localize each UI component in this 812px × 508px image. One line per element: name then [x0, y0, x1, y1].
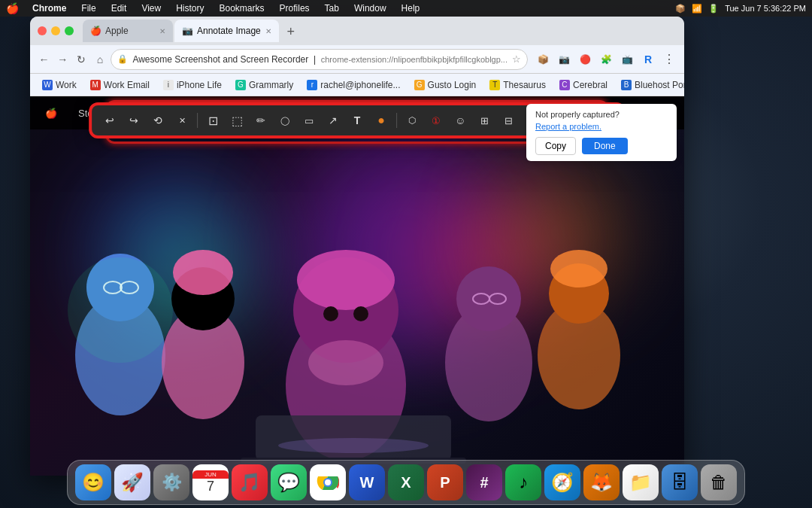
blur-circle-tool[interactable]: ◯	[274, 110, 295, 131]
svg-point-12	[353, 306, 368, 321]
copy-button[interactable]: Copy	[535, 137, 576, 155]
bookmark-gusto[interactable]: G Gusto Login	[408, 78, 483, 93]
bookmark-star-icon[interactable]: ☆	[512, 53, 521, 65]
tab-apple-close[interactable]: ✕	[159, 27, 165, 35]
iphonelife-icon: i	[163, 80, 174, 90]
crop-tool[interactable]: ⊡	[202, 110, 223, 131]
new-tab-button[interactable]: +	[280, 21, 301, 42]
apple-nav-logo[interactable]: 🍎	[45, 108, 57, 119]
dock-messages[interactable]: 💬	[271, 464, 307, 500]
back-button[interactable]: ←	[36, 49, 52, 70]
minimize-button[interactable]	[51, 26, 60, 35]
dock-music[interactable]: 🎵	[232, 464, 268, 500]
macos-dock: 😊 🚀 ⚙️ JUN 7 🎵 💬 W X P # ♪ 🧭 🦊 📁 🗄 �	[67, 460, 745, 505]
arrow-tool[interactable]: ↗	[323, 110, 344, 131]
sticker-tool[interactable]: ⬡	[401, 110, 423, 131]
dock-excel[interactable]: X	[388, 464, 424, 500]
dock-files-app[interactable]: 🗄	[662, 464, 698, 500]
history-back-button[interactable]: ⟲	[147, 110, 168, 131]
done-button[interactable]: Done	[582, 138, 628, 154]
color-picker-tool[interactable]: ●	[371, 110, 392, 131]
bookmark-bluehost-label: Bluehost Portal	[635, 80, 684, 90]
red-ext-icon[interactable]: 🔴	[576, 50, 594, 68]
bookmark-grammarly[interactable]: G Grammarly	[229, 78, 299, 93]
menu-help[interactable]: Help	[397, 3, 425, 14]
browser-window: 🍎 Apple ✕ 📷 Annotate Image ✕ + ← → ↻ ⌂ 🔒	[30, 17, 684, 476]
dropbox-icon[interactable]: 📦	[675, 4, 686, 14]
pen-tool[interactable]: ✏	[250, 110, 271, 131]
menu-edit[interactable]: Edit	[107, 3, 132, 14]
dock-launchpad[interactable]: 🚀	[114, 464, 150, 500]
dock-spotify[interactable]: ♪	[505, 464, 541, 500]
tab-annotate-close[interactable]: ✕	[265, 27, 271, 35]
dock-word[interactable]: W	[349, 464, 385, 500]
wifi-icon[interactable]: 📶	[692, 4, 702, 14]
maximize-button[interactable]	[65, 26, 74, 35]
address-bar[interactable]: 🔒 Awesome Screenshot and Screen Recorder…	[111, 49, 528, 70]
effects-tool[interactable]: ⊞	[474, 110, 495, 131]
dock-system-settings[interactable]: ⚙️	[153, 464, 189, 500]
svg-point-11	[323, 306, 338, 321]
puzzle-ext-icon[interactable]: 🧩	[597, 50, 615, 68]
svg-point-7	[173, 250, 233, 295]
bookmark-cerebral-label: Cerebral	[573, 80, 607, 90]
menu-file[interactable]: File	[77, 3, 100, 14]
bookmark-bluehost[interactable]: B Bluehost Portal	[615, 78, 684, 93]
bookmark-work-email-label: Work Email	[104, 80, 150, 90]
svg-point-20	[550, 250, 607, 287]
dock-files-finder[interactable]: 📁	[623, 464, 659, 500]
bookmark-thesaurus[interactable]: T Thesaurus	[483, 78, 552, 93]
clear-button[interactable]: ✕	[171, 110, 192, 131]
account-icon[interactable]: R	[639, 50, 657, 68]
screenshot-ext-icon[interactable]: 📷	[555, 50, 573, 68]
menu-profiles[interactable]: Profiles	[275, 3, 314, 14]
work-bookmark-icon: W	[42, 80, 53, 90]
text-tool[interactable]: T	[347, 110, 368, 131]
app-menu-chrome[interactable]: Chrome	[28, 3, 71, 14]
cast-ext-icon[interactable]: 📺	[618, 50, 636, 68]
dock-powerpoint[interactable]: P	[427, 464, 463, 500]
dock-slack[interactable]: #	[466, 464, 502, 500]
badge-tool[interactable]: ①	[426, 110, 447, 131]
dock-finder[interactable]: 😊	[75, 464, 111, 500]
menu-view[interactable]: View	[137, 3, 165, 14]
dock-calendar[interactable]: JUN 7	[192, 464, 229, 500]
tab-annotate[interactable]: 📷 Annotate Image ✕	[174, 20, 279, 42]
svg-point-23	[278, 438, 429, 453]
dropbox-ext-icon[interactable]: 📦	[534, 50, 552, 68]
screen-tool[interactable]: ⊟	[498, 110, 519, 131]
bookmark-cerebral[interactable]: C Cerebral	[553, 78, 614, 93]
dock-trash[interactable]: 🗑	[701, 464, 737, 500]
svg-point-26	[325, 479, 331, 485]
forward-button[interactable]: →	[55, 49, 71, 70]
dock-safari[interactable]: 🧭	[544, 464, 580, 500]
bookmark-work[interactable]: W Work	[36, 78, 83, 93]
bookmark-iphonelife[interactable]: i iPhone Life	[157, 78, 228, 93]
capture-panel: Not properly captured? Report a problem.…	[526, 104, 677, 161]
reload-button[interactable]: ↻	[74, 49, 89, 70]
rectangle-tool[interactable]: ▭	[298, 110, 320, 131]
dock-firefox[interactable]: 🦊	[583, 464, 620, 500]
undo-button[interactable]: ↩	[99, 110, 120, 131]
close-button[interactable]	[38, 26, 47, 35]
home-button[interactable]: ⌂	[92, 49, 108, 70]
menu-window[interactable]: Window	[350, 3, 391, 14]
menu-tab[interactable]: Tab	[320, 3, 344, 14]
work-email-icon: M	[90, 80, 101, 90]
menu-history[interactable]: History	[171, 3, 208, 14]
toolbar-separator-1	[197, 113, 198, 128]
bookmark-work-email[interactable]: M Work Email	[84, 78, 156, 93]
macos-menubar: 🍎 Chrome File Edit View History Bookmark…	[0, 0, 812, 17]
redo-button[interactable]: ↪	[123, 110, 144, 131]
menu-bookmarks[interactable]: Bookmarks	[215, 3, 269, 14]
emoji-tool[interactable]: ☺	[450, 110, 471, 131]
bookmark-rachel-label: rachel@iphonelife...	[320, 80, 400, 90]
report-link[interactable]: Report a problem.	[535, 122, 668, 131]
chrome-menu-icon[interactable]: ⋮	[660, 50, 678, 68]
apple-menu-icon[interactable]: 🍎	[6, 2, 19, 14]
battery-icon[interactable]: 🔋	[708, 4, 719, 14]
tab-apple[interactable]: 🍎 Apple ✕	[83, 20, 173, 42]
select-tool[interactable]: ⬚	[226, 110, 247, 131]
dock-chrome[interactable]	[310, 464, 346, 500]
bookmark-rachel[interactable]: r rachel@iphonelife...	[301, 78, 406, 93]
